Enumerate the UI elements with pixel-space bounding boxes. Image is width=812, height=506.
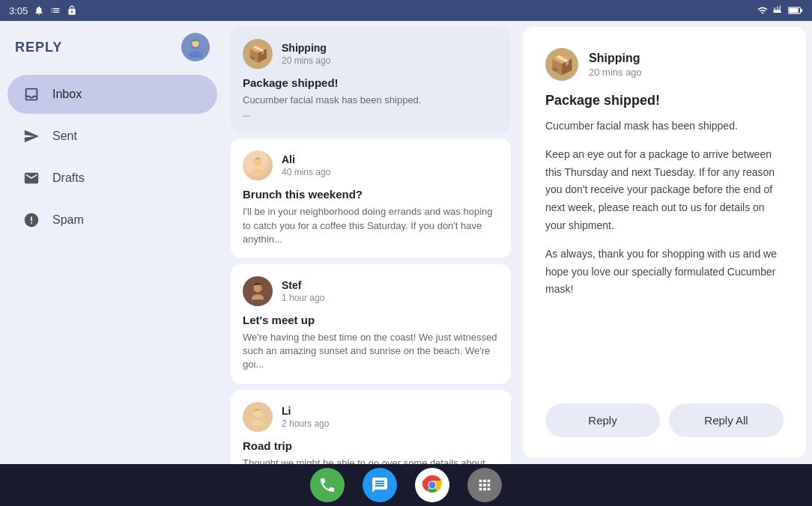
- messages-app-icon[interactable]: [363, 468, 397, 502]
- email-3-sender-info: Stef 1 hour ago: [282, 279, 499, 303]
- sidebar-item-drafts[interactable]: Drafts: [7, 159, 217, 198]
- email-2-sender-time: 40 mins ago: [282, 167, 499, 177]
- inbox-label: Inbox: [52, 88, 82, 101]
- drafts-icon: [22, 169, 40, 187]
- email-4-sender-time: 2 hours ago: [282, 418, 499, 429]
- email-card-3-header: Stef 1 hour ago: [243, 276, 499, 306]
- battery-icon: [788, 6, 803, 15]
- sidebar-item-inbox[interactable]: Inbox: [7, 75, 217, 114]
- sidebar-header: REPLY: [0, 33, 225, 73]
- email-2-subject: Brunch this weekend?: [243, 188, 499, 201]
- email-list: 📦 Shipping 20 mins ago Package shipped! …: [225, 21, 517, 464]
- email-3-preview: We're having the best time on the coast!…: [243, 331, 499, 372]
- detail-subject: Package shipped!: [545, 93, 784, 109]
- reply-all-button[interactable]: Reply All: [669, 403, 784, 437]
- email-3-sender-name: Stef: [282, 279, 499, 291]
- action-buttons: Reply Reply All: [545, 403, 784, 437]
- sidebar: REPLY Inbox Sent: [0, 21, 225, 464]
- detail-body-para-2: Keep an eye out for a package to arrive …: [545, 146, 784, 235]
- email-2-avatar: [243, 150, 273, 180]
- status-bar: 3:05: [0, 0, 812, 21]
- main-area: REPLY Inbox Sent: [0, 21, 812, 464]
- email-1-subject: Package shipped!: [243, 76, 499, 89]
- email-4-sender-name: Li: [282, 405, 499, 417]
- drafts-label: Drafts: [52, 171, 85, 185]
- email-4-preview: Thought we might be able to go over some…: [243, 457, 499, 465]
- detail-avatar: 📦: [545, 48, 578, 81]
- email-1-sender-time: 20 mins ago: [282, 55, 499, 66]
- email-card-4-header: Li 2 hours ago: [243, 402, 499, 432]
- phone-app-icon[interactable]: [310, 468, 345, 502]
- detail-body-para-3: As always, thank you for shopping with u…: [545, 246, 784, 299]
- email-card-3[interactable]: Stef 1 hour ago Let's meet up We're havi…: [231, 264, 511, 384]
- signal-icon: [773, 5, 784, 16]
- sidebar-item-spam[interactable]: Spam: [7, 201, 217, 240]
- svg-rect-2: [789, 8, 799, 13]
- email-3-avatar: [243, 276, 273, 306]
- taskbar: [0, 464, 812, 506]
- detail-body: Cucumber facial mask has been shipped. K…: [545, 118, 784, 385]
- lock-icon: [67, 5, 77, 16]
- email-1-preview: Cucumber facial mask has been shipped...…: [243, 94, 499, 121]
- notification-icon: [34, 5, 44, 16]
- email-1-sender-info: Shipping 20 mins ago: [282, 42, 499, 66]
- email-2-sender-name: Ali: [282, 153, 499, 165]
- reply-button[interactable]: Reply: [545, 403, 660, 437]
- status-bar-left: 3:05: [9, 5, 77, 16]
- spam-label: Spam: [52, 213, 84, 227]
- svg-rect-1: [801, 9, 803, 12]
- email-card-2-header: Ali 40 mins ago: [243, 150, 499, 180]
- email-card-4[interactable]: Li 2 hours ago Road trip Thought we migh…: [231, 390, 511, 465]
- spam-icon: [22, 211, 40, 229]
- app-title: REPLY: [15, 40, 62, 55]
- status-bar-right: [757, 5, 803, 16]
- svg-point-13: [429, 482, 436, 489]
- email-4-subject: Road trip: [243, 439, 499, 452]
- email-4-sender-info: Li 2 hours ago: [282, 405, 499, 429]
- email-3-subject: Let's meet up: [243, 314, 499, 326]
- chrome-app-icon[interactable]: [415, 468, 449, 502]
- email-card-1[interactable]: 📦 Shipping 20 mins ago Package shipped! …: [231, 27, 511, 132]
- email-1-avatar: 📦: [243, 39, 273, 69]
- inbox-icon: [22, 85, 40, 103]
- detail-sender-name: Shipping: [589, 52, 642, 65]
- clock: 3:05: [9, 5, 28, 16]
- sent-icon: [22, 127, 40, 145]
- tasks-icon: [50, 5, 61, 16]
- sidebar-item-sent[interactable]: Sent: [7, 117, 217, 156]
- detail-body-para-1: Cucumber facial mask has been shipped.: [545, 118, 784, 135]
- sent-label: Sent: [52, 129, 77, 143]
- user-avatar[interactable]: [181, 33, 210, 61]
- email-card-2[interactable]: Ali 40 mins ago Brunch this weekend? I'l…: [231, 138, 511, 258]
- detail-header: 📦 Shipping 20 mins ago: [545, 48, 784, 81]
- email-4-avatar: [243, 402, 273, 432]
- apps-grid-icon[interactable]: [467, 468, 502, 502]
- detail-sender-time: 20 mins ago: [589, 67, 642, 78]
- email-card-1-header: 📦 Shipping 20 mins ago: [243, 39, 499, 69]
- detail-sender-info: Shipping 20 mins ago: [589, 52, 642, 78]
- wifi-icon: [757, 5, 769, 16]
- email-3-sender-time: 1 hour ago: [282, 293, 499, 303]
- email-2-sender-info: Ali 40 mins ago: [282, 153, 499, 177]
- svg-point-4: [189, 52, 202, 58]
- email-1-sender-name: Shipping: [282, 42, 499, 54]
- email-detail: 📦 Shipping 20 mins ago Package shipped! …: [523, 27, 806, 458]
- email-2-preview: I'll be in your neighborhood doing erran…: [243, 205, 499, 246]
